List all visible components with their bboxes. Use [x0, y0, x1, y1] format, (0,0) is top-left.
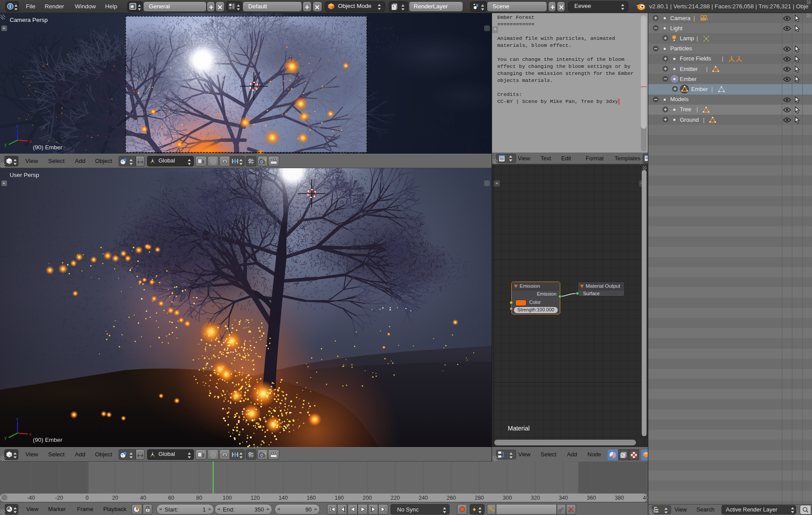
- svg-text:(90) Ember: (90) Ember: [33, 144, 63, 151]
- svg-text:z: z: [16, 123, 18, 128]
- svg-text:340: 340: [559, 495, 568, 501]
- svg-text:x: x: [29, 432, 32, 437]
- svg-text:-20: -20: [55, 495, 63, 501]
- svg-text:x: x: [29, 139, 32, 144]
- svg-text:40: 40: [140, 495, 146, 501]
- svg-text:200: 200: [363, 495, 372, 501]
- svg-text:220: 220: [391, 495, 400, 501]
- svg-text:+: +: [3, 26, 5, 31]
- svg-text:80: 80: [196, 495, 202, 501]
- svg-text:100: 100: [223, 495, 232, 501]
- svg-text:20: 20: [112, 495, 118, 501]
- svg-text:380: 380: [615, 495, 624, 501]
- svg-text:-40: -40: [27, 495, 35, 501]
- svg-text:(90) Ember: (90) Ember: [33, 437, 63, 443]
- svg-text:y: y: [4, 435, 7, 440]
- svg-text:140: 140: [279, 495, 288, 501]
- svg-text:y: y: [4, 142, 7, 147]
- svg-text:+: +: [3, 181, 5, 186]
- svg-text:z: z: [16, 416, 18, 421]
- svg-text:0: 0: [86, 495, 89, 501]
- svg-text:320: 320: [531, 495, 540, 501]
- svg-text:120: 120: [251, 495, 260, 501]
- svg-text:160: 160: [307, 495, 316, 501]
- svg-text:Camera Persp: Camera Persp: [10, 17, 48, 23]
- svg-text:260: 260: [447, 495, 456, 501]
- svg-text:60: 60: [168, 495, 174, 501]
- svg-text:300: 300: [503, 495, 512, 501]
- svg-text:360: 360: [587, 495, 596, 501]
- svg-text:280: 280: [475, 495, 484, 501]
- svg-text:240: 240: [419, 495, 428, 501]
- svg-text:180: 180: [335, 495, 344, 501]
- svg-text:User Persp: User Persp: [10, 172, 39, 178]
